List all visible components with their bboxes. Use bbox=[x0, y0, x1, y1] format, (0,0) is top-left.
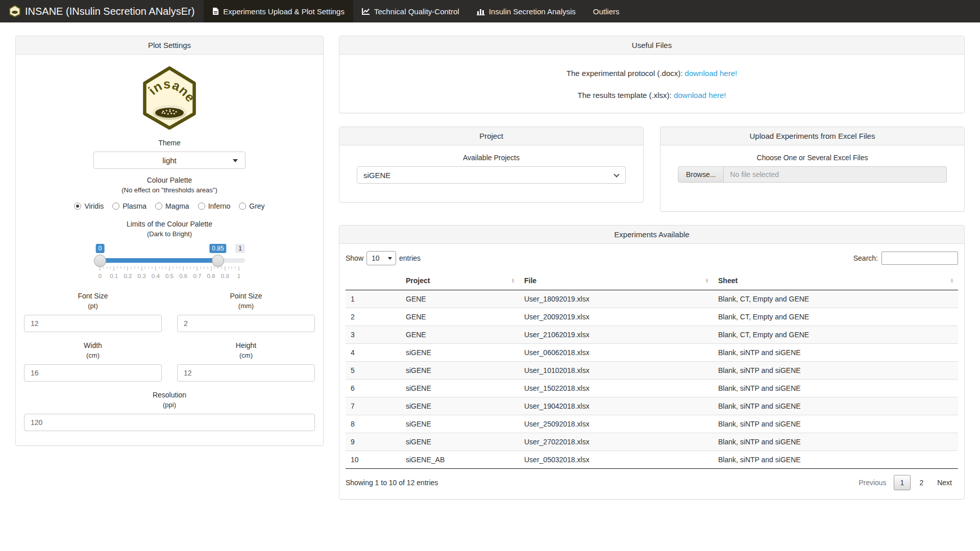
slider-tick bbox=[128, 266, 128, 271]
column-label: File bbox=[524, 277, 536, 285]
slider-tick-label: 0.1 bbox=[110, 273, 118, 279]
project-panel: Project Available Projects siGENE bbox=[339, 127, 644, 203]
table-row[interactable]: 2GENEUser_20092019.xlsxBlank, CT, Empty … bbox=[346, 308, 958, 326]
slider-tick bbox=[152, 266, 153, 269]
table-row[interactable]: 4siGENEUser_06062018.xlsxBlank, siNTP an… bbox=[346, 344, 958, 362]
radio-icon bbox=[239, 203, 246, 210]
column-header-sheet[interactable]: Sheet▲▼ bbox=[713, 271, 958, 290]
table-cell: siGENE bbox=[401, 362, 519, 380]
slider-max-value: 1 bbox=[235, 244, 245, 253]
slider-tick-label: 0.5 bbox=[165, 273, 174, 279]
radio-icon bbox=[74, 203, 81, 210]
browse-button[interactable]: Browse... bbox=[678, 166, 724, 183]
slider-tick bbox=[103, 266, 104, 269]
page-button-2[interactable]: 2 bbox=[913, 475, 930, 490]
page-length-select[interactable]: 10 bbox=[366, 251, 396, 265]
column-header-project[interactable]: Project▲▼ bbox=[401, 271, 519, 290]
experiments-table: Project▲▼File▲▼Sheet▲▼ 1GENEUser_1809201… bbox=[346, 271, 958, 469]
pagination-pages: 12 bbox=[893, 479, 932, 487]
page-button-1[interactable]: 1 bbox=[894, 475, 911, 490]
project-select[interactable]: siGENE bbox=[357, 166, 626, 184]
file-selected-box: No file selected bbox=[724, 166, 947, 183]
table-row[interactable]: 1GENEUser_18092019.xlsxBlank, CT, Empty … bbox=[346, 290, 958, 308]
tab-outliers[interactable]: Outliers bbox=[584, 0, 628, 22]
bar-chart-icon bbox=[477, 8, 485, 15]
slider-tick bbox=[100, 266, 101, 271]
slider-tick-label: 0.4 bbox=[152, 273, 160, 279]
table-row[interactable]: 10siGENE_ABUser_05032018.xlsxBlank, siNT… bbox=[346, 451, 958, 469]
column-header-file[interactable]: File▲▼ bbox=[519, 271, 713, 290]
palette-option-plasma[interactable]: Plasma bbox=[112, 202, 146, 210]
next-page-button[interactable]: Next bbox=[931, 475, 958, 490]
table-row[interactable]: 8siGENEUser_25092018.xlsxBlank, siNTP an… bbox=[346, 415, 958, 433]
table-cell: User_19042018.xlsx bbox=[519, 397, 713, 415]
resolution-input[interactable] bbox=[24, 414, 315, 431]
useful-files-title: Useful Files bbox=[339, 36, 964, 55]
table-cell: Blank, siNTP and siGENE bbox=[713, 433, 958, 451]
experiments-panel: Experiments Available Show 10 entries Se… bbox=[339, 225, 965, 499]
tab-experiments-upload-plot-settings[interactable]: Experiments Upload & Plot Settings bbox=[204, 0, 353, 22]
radio-label: Plasma bbox=[122, 202, 146, 210]
search-input[interactable] bbox=[881, 252, 958, 265]
point-size-input[interactable] bbox=[177, 315, 315, 332]
template-text: The results template (.xlsx): bbox=[578, 91, 674, 99]
slider-tick-label: 1 bbox=[237, 273, 240, 279]
theme-select[interactable]: light bbox=[93, 152, 246, 169]
palette-label: Colour Palette bbox=[24, 176, 315, 184]
template-download-link[interactable]: download here! bbox=[674, 91, 726, 99]
table-row[interactable]: 7siGENEUser_19042018.xlsxBlank, siNTP an… bbox=[346, 397, 958, 415]
experiments-title: Experiments Available bbox=[339, 226, 964, 244]
slider-bar[interactable] bbox=[100, 258, 218, 263]
page-length-value: 10 bbox=[372, 254, 380, 262]
palette-option-grey[interactable]: Grey bbox=[239, 202, 264, 210]
height-unit: (cm) bbox=[177, 352, 315, 359]
previous-page-button[interactable]: Previous bbox=[852, 475, 892, 490]
theme-label: Theme bbox=[24, 139, 315, 147]
protocol-download-link[interactable]: download here! bbox=[685, 69, 738, 78]
slider-tick bbox=[197, 266, 198, 271]
table-cell: Blank, CT, Empty and GENE bbox=[713, 326, 958, 344]
table-row[interactable]: 3GENEUser_21062019.xlsxBlank, CT, Empty … bbox=[346, 326, 958, 344]
width-label: Width bbox=[24, 341, 162, 349]
table-cell: Blank, siNTP and siGENE bbox=[713, 397, 958, 415]
slider-tick-label: 0.9 bbox=[221, 273, 229, 279]
table-cell: siGENE bbox=[401, 397, 519, 415]
slider-tick bbox=[117, 266, 118, 269]
table-info: Showing 1 to 10 of 12 entries bbox=[346, 479, 438, 487]
file-icon bbox=[212, 7, 219, 15]
table-row[interactable]: 5siGENEUser_10102018.xlsxBlank, siNTP an… bbox=[346, 362, 958, 380]
font-size-label: Font Size bbox=[24, 292, 162, 300]
tab-technical-quality-control[interactable]: Technical Quality-Control bbox=[353, 0, 468, 22]
width-input[interactable] bbox=[24, 364, 162, 382]
limits-label: Limits of the Colour Palette bbox=[24, 220, 315, 228]
slider-tick bbox=[204, 266, 205, 269]
slider-tick bbox=[222, 266, 222, 269]
slider-tick bbox=[155, 266, 156, 271]
project-title: Project bbox=[339, 127, 643, 145]
table-row[interactable]: 6siGENEUser_15022018.xlsxBlank, siNTP an… bbox=[346, 380, 958, 397]
palette-limits-slider: 0 0.85 1 00.10.20.30.40.50.60.70.80.91 bbox=[94, 243, 245, 283]
font-size-input[interactable] bbox=[24, 315, 162, 332]
table-cell: User_18092019.xlsx bbox=[519, 290, 713, 308]
column-label: Project bbox=[406, 277, 430, 285]
palette-option-viridis[interactable]: Viridis bbox=[74, 202, 104, 210]
choose-files-label: Choose One or Several Excel Files bbox=[678, 154, 947, 162]
palette-option-magma[interactable]: Magma bbox=[155, 202, 189, 210]
insane-hex-logo: insane bbox=[24, 66, 315, 132]
app-title: INSANE (INsulin Secretion ANalysEr) bbox=[25, 6, 194, 17]
height-input[interactable] bbox=[177, 364, 315, 382]
palette-option-inferno[interactable]: Inferno bbox=[198, 202, 231, 210]
slider-handle-from[interactable] bbox=[94, 255, 106, 267]
table-cell: Blank, siNTP and siGENE bbox=[713, 344, 958, 362]
table-cell: 3 bbox=[346, 326, 401, 344]
tab-label: Experiments Upload & Plot Settings bbox=[223, 7, 345, 16]
table-row[interactable]: 9siGENEUser_27022018.xlsxBlank, siNTP an… bbox=[346, 433, 958, 451]
table-cell: siGENE bbox=[401, 380, 519, 397]
search-label: Search: bbox=[853, 254, 878, 262]
table-cell: User_25092018.xlsx bbox=[519, 415, 713, 433]
tab-insulin-secretion-analysis[interactable]: Insulin Secretion Analysis bbox=[468, 0, 584, 22]
point-size-label: Point Size bbox=[177, 292, 315, 300]
slider-handle-to[interactable] bbox=[212, 255, 224, 267]
slider-to-value: 0.85 bbox=[209, 244, 226, 253]
table-cell: User_21062019.xlsx bbox=[519, 326, 713, 344]
